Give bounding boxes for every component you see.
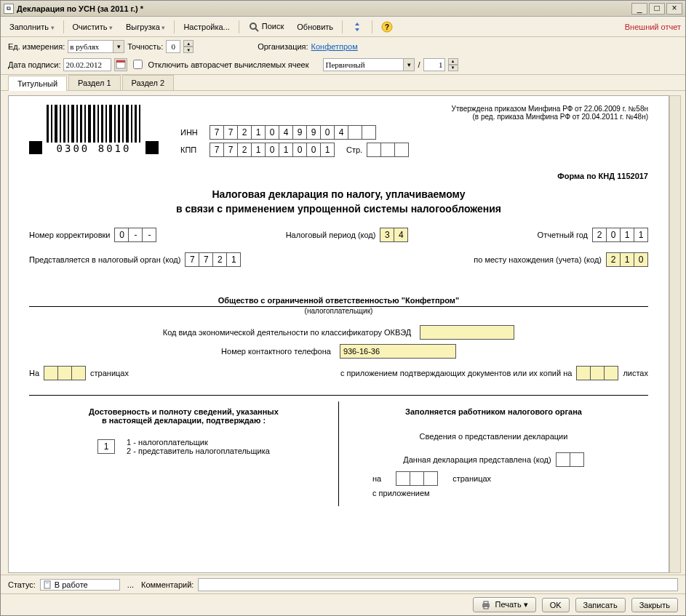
save-button[interactable]: Записать <box>575 598 626 612</box>
svg-rect-30 <box>46 583 49 583</box>
cell[interactable]: 1 <box>620 252 634 267</box>
cell[interactable]: 4 <box>394 228 408 242</box>
svg-line-1 <box>255 28 258 31</box>
spin-down-icon[interactable]: ▼ <box>448 65 458 71</box>
kpp-cells[interactable]: 772101001 <box>210 143 335 157</box>
kpp-label: КПП <box>180 145 205 154</box>
svg-rect-18 <box>97 105 99 143</box>
svg-rect-28 <box>139 105 140 143</box>
doc-title: Налоговая декларация по налогу, уплачива… <box>29 188 648 216</box>
place-cells[interactable]: 210 <box>606 252 648 267</box>
dropdown-icon[interactable]: ▾ <box>403 58 415 71</box>
tab-section2[interactable]: Раздел 2 <box>122 75 175 90</box>
find-label: Поиск <box>262 21 284 30</box>
marker-icon <box>145 141 159 154</box>
pages-cells[interactable] <box>44 366 86 380</box>
cell: 0 <box>306 143 321 157</box>
comment-input[interactable] <box>198 578 678 591</box>
presented-code-cell <box>556 452 570 467</box>
taxorg-cells[interactable]: 7721 <box>185 252 241 267</box>
spin-up-icon[interactable]: ▲ <box>448 58 458 65</box>
cell <box>380 143 395 157</box>
confirm-value[interactable]: 1 <box>97 439 115 454</box>
tab-title[interactable]: Титульный <box>8 76 67 91</box>
ok-button[interactable]: OK <box>542 598 570 612</box>
year-cells[interactable]: 2011 <box>592 228 648 242</box>
find-button[interactable]: Поиск <box>244 19 289 35</box>
doctype-select[interactable]: ▾ <box>323 58 415 71</box>
corr-cells[interactable]: 0-- <box>114 228 156 242</box>
vertical-scrollbar[interactable] <box>669 95 681 573</box>
corrnum-input[interactable] <box>423 58 445 71</box>
cell: 7 <box>210 125 224 140</box>
close-button[interactable]: × <box>666 3 682 15</box>
svg-rect-6 <box>47 105 49 143</box>
doctype-value[interactable] <box>323 58 403 71</box>
year-label: Отчетный год <box>538 231 588 239</box>
cell: 1 <box>279 143 293 157</box>
org-link[interactable]: Конфетпром <box>311 42 358 51</box>
inn-cells[interactable]: 7721049904 <box>210 125 376 140</box>
dropdown-icon[interactable]: ▾ <box>113 40 124 53</box>
pages-on-label: На <box>29 369 39 377</box>
unit-value[interactable] <box>68 40 113 53</box>
cell: 0 <box>265 125 279 140</box>
tab-section1[interactable]: Раздел 1 <box>68 75 121 90</box>
maximize-button[interactable]: □ <box>649 3 665 15</box>
settings-button[interactable]: Настройка... <box>179 20 234 33</box>
minimize-button[interactable]: _ <box>631 3 647 15</box>
help-icon: ? <box>381 21 393 33</box>
okved-field[interactable] <box>420 325 514 340</box>
submission-info: Сведения о представлении декларации <box>351 432 637 441</box>
calendar-button[interactable] <box>114 58 127 71</box>
spin-down-icon[interactable]: ▼ <box>183 47 194 53</box>
upload-button[interactable]: Выгрузка <box>121 20 169 33</box>
refresh-button[interactable]: Обновить <box>292 20 338 33</box>
disable-autocalc-checkbox[interactable] <box>133 60 143 69</box>
cell <box>348 125 362 140</box>
signdate-input[interactable] <box>63 58 111 71</box>
status-picker[interactable]: ... <box>124 579 137 591</box>
status-field[interactable]: В работе <box>40 579 120 591</box>
svg-rect-29 <box>44 581 50 588</box>
disable-autocalc-label: Отключить авторасчет вычисляемых ячеек <box>148 60 308 69</box>
sheets-label: листах <box>623 369 648 377</box>
search-icon <box>248 21 260 33</box>
app-icon: ⧉ <box>4 4 14 14</box>
confirm-opt1: 1 - налогоплательщик <box>127 438 270 447</box>
svg-rect-9 <box>60 105 61 143</box>
cell: 2 <box>592 228 607 242</box>
document-canvas[interactable]: 0300 8010 Утверждена приказом Минфина РФ… <box>8 95 669 573</box>
comment-label: Комментарий: <box>141 580 194 589</box>
corrnum-spinner[interactable]: ▲ ▼ <box>448 58 458 71</box>
precision-spinner[interactable]: ▲ ▼ <box>183 40 194 53</box>
phone-field[interactable]: 936-16-36 <box>340 344 456 359</box>
svg-rect-21 <box>109 105 112 143</box>
print-button[interactable]: Печать ▾ <box>473 597 536 612</box>
cell <box>367 143 381 157</box>
cell[interactable]: 2 <box>606 252 621 267</box>
cell[interactable]: 0 <box>634 252 648 267</box>
page-cells[interactable] <box>367 143 409 157</box>
presented-label: Данная декларация представлена (код) <box>403 455 551 464</box>
close-form-button[interactable]: Закрыть <box>631 598 678 612</box>
svg-rect-16 <box>88 105 91 143</box>
cell[interactable]: 3 <box>380 228 394 242</box>
sheets-cells[interactable] <box>576 366 618 380</box>
attach-label2: с приложением <box>372 489 430 497</box>
precision-input[interactable] <box>166 40 180 53</box>
confirm-title-1: Достоверность и полноту сведений, указан… <box>89 407 279 416</box>
cell: - <box>128 228 143 242</box>
expand-button[interactable] <box>347 19 367 35</box>
clear-button[interactable]: Очистить <box>68 20 117 33</box>
unit-select[interactable]: ▾ <box>68 40 124 53</box>
cell: 9 <box>292 125 307 140</box>
period-cells[interactable]: 34 <box>380 228 408 242</box>
separator <box>372 20 372 33</box>
fill-button[interactable]: Заполнить <box>5 20 59 33</box>
barcode-icon <box>47 105 141 143</box>
precision-label: Точность: <box>127 42 163 51</box>
spin-up-icon[interactable]: ▲ <box>183 40 194 47</box>
cell: 4 <box>279 125 293 140</box>
help-button[interactable]: ? <box>377 19 397 35</box>
